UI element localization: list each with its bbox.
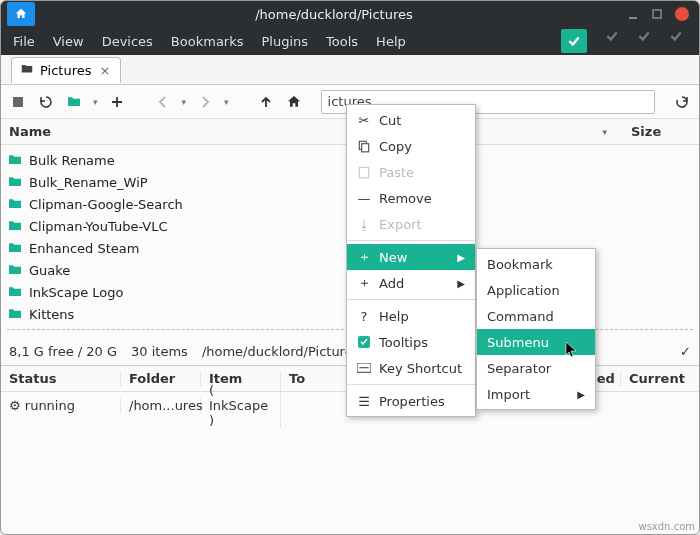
window-title: /home/ducklord/Pictures xyxy=(41,7,627,22)
help-icon: ? xyxy=(357,309,371,324)
watermark: wsxdn.com xyxy=(638,521,695,532)
job-folder: /hom...ures xyxy=(121,398,201,413)
home-icon[interactable] xyxy=(285,93,303,111)
tab-pictures[interactable]: Pictures × xyxy=(11,57,121,83)
ctx-tooltips[interactable]: Tooltips xyxy=(347,329,475,355)
ctx-export: ⭳Export xyxy=(347,211,475,237)
context-submenu-new: Bookmark Application Command Submenu Sep… xyxy=(476,248,596,410)
ctx-new-bookmark[interactable]: Bookmark xyxy=(477,251,595,277)
cut-icon: ✂ xyxy=(357,113,371,128)
dropdown-icon[interactable]: ▾ xyxy=(182,97,187,107)
menu-help[interactable]: Help xyxy=(368,30,414,53)
column-size-header[interactable]: Size xyxy=(631,124,691,139)
statusbar-disk-free: 8,1 G free / 20 G xyxy=(9,344,117,359)
svg-rect-4 xyxy=(362,144,369,152)
statusbar-path: /home/ducklord/Pictures xyxy=(202,344,360,359)
column-dropdown-icon[interactable]: ▾ xyxy=(602,127,607,137)
ctx-new-application[interactable]: Application xyxy=(477,277,595,303)
ctx-key-shortcut[interactable]: Key Shortcut xyxy=(347,355,475,381)
close-button[interactable] xyxy=(675,7,689,21)
gear-icon: ⚙ xyxy=(9,398,21,413)
folder-icon xyxy=(7,284,23,300)
column-current-header[interactable]: Current xyxy=(621,371,681,386)
ctx-help[interactable]: ?Help xyxy=(347,303,475,329)
menu-file[interactable]: File xyxy=(5,30,43,53)
ctx-properties[interactable]: ☰Properties xyxy=(347,388,475,414)
folder-icon xyxy=(7,306,23,322)
folder-icon xyxy=(7,152,23,168)
column-name-header[interactable]: Name xyxy=(9,124,602,139)
ctx-new-command[interactable]: Command xyxy=(477,303,595,329)
folder-icon xyxy=(7,196,23,212)
menu-plugins[interactable]: Plugins xyxy=(254,30,317,53)
ctx-copy[interactable]: Copy xyxy=(347,133,475,159)
remove-icon: — xyxy=(357,191,371,206)
stop-icon[interactable] xyxy=(9,93,27,111)
ctx-add[interactable]: ＋Add▶ xyxy=(347,270,475,296)
maximize-button[interactable] xyxy=(651,8,663,20)
column-folder-header[interactable]: Folder xyxy=(121,371,201,386)
menu-view[interactable]: View xyxy=(45,30,92,53)
action-check-1[interactable] xyxy=(605,29,619,53)
folder-icon xyxy=(7,218,23,234)
job-item: ( InkScape ) xyxy=(201,383,281,428)
back-icon[interactable] xyxy=(154,93,172,111)
chevron-right-icon: ▶ xyxy=(577,389,585,400)
svg-rect-1 xyxy=(653,10,661,18)
checkbox-checked-icon xyxy=(357,336,371,348)
menu-devices[interactable]: Devices xyxy=(94,30,161,53)
dropdown-icon[interactable]: ▾ xyxy=(224,97,229,107)
action-check-2[interactable] xyxy=(637,29,651,53)
dropdown-icon[interactable]: ▾ xyxy=(93,97,98,107)
export-icon: ⭳ xyxy=(357,217,371,232)
action-check-active[interactable] xyxy=(561,29,587,53)
ctx-new[interactable]: ＋New▶ xyxy=(347,244,475,270)
minimize-button[interactable] xyxy=(627,8,639,20)
refresh-icon[interactable] xyxy=(673,93,691,111)
titlebar-app-icon xyxy=(7,2,35,26)
folder-icon xyxy=(20,62,34,79)
column-status-header[interactable]: Status xyxy=(1,371,121,386)
folder-icon xyxy=(7,174,23,190)
svg-rect-2 xyxy=(13,97,23,107)
job-status: running xyxy=(25,398,75,413)
ctx-paste: Paste xyxy=(347,159,475,185)
tab-close-icon[interactable]: × xyxy=(97,63,112,78)
plus-icon: ＋ xyxy=(357,274,371,292)
cursor-icon xyxy=(564,341,578,362)
menu-bookmarks[interactable]: Bookmarks xyxy=(163,30,252,53)
keyboard-icon xyxy=(357,363,371,372)
menu-tools[interactable]: Tools xyxy=(318,30,366,53)
forward-icon[interactable] xyxy=(196,93,214,111)
chevron-right-icon: ▶ xyxy=(457,252,465,263)
copy-icon xyxy=(357,139,371,153)
action-check-3[interactable] xyxy=(669,29,683,53)
reload-icon[interactable] xyxy=(37,93,55,111)
folder-open-icon[interactable] xyxy=(65,93,83,111)
parent-dir-icon[interactable] xyxy=(257,93,275,111)
ctx-cut[interactable]: ✂Cut xyxy=(347,107,475,133)
statusbar-item-count: 30 items xyxy=(131,344,188,359)
chevron-right-icon: ▶ xyxy=(457,278,465,289)
svg-rect-5 xyxy=(359,167,368,178)
folder-icon xyxy=(7,262,23,278)
ctx-new-import[interactable]: Import▶ xyxy=(477,381,595,407)
new-tab-icon[interactable] xyxy=(108,93,126,111)
properties-icon: ☰ xyxy=(357,394,371,409)
ctx-remove[interactable]: —Remove xyxy=(347,185,475,211)
paste-icon xyxy=(357,165,371,179)
tab-label: Pictures xyxy=(40,63,91,78)
check-icon[interactable]: ✓ xyxy=(680,344,691,359)
folder-icon xyxy=(7,240,23,256)
context-menu: ✂Cut Copy Paste —Remove ⭳Export ＋New▶ ＋A… xyxy=(346,104,476,417)
plus-icon: ＋ xyxy=(357,248,371,266)
